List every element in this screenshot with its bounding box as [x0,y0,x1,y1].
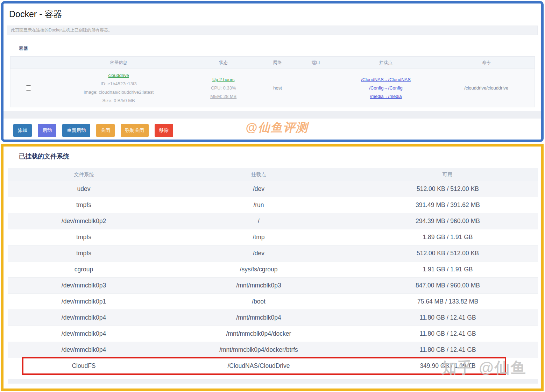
stop-button[interactable]: 关闭 [96,124,115,137]
fs-cell: udev [8,185,160,193]
fs-row-udev: udev /dev 512.00 KB / 512.00 KB [8,181,538,197]
fs-cell: /dev/mmcblk0p4 [8,346,160,354]
header-mounts: 挂载点 [333,60,438,66]
fs-row-cgroup: cgroup /sys/fs/cgroup 1.91 GB / 1.91 GB [8,262,538,278]
footer-band [8,379,538,384]
container-size: Size: 0 B/50 MB [102,98,135,103]
fs-row-mmcblk0p4-btrfs: /dev/mmcblk0p4 /mnt/mmcblk0p4/docker/btr… [8,342,538,358]
force-stop-button[interactable]: 强制关闭 [121,124,149,137]
container-select-checkbox[interactable] [26,85,31,91]
container-name-link[interactable]: clouddrive [108,73,129,78]
fs-cell: /boot [160,298,358,305]
start-button[interactable]: 启动 [38,124,56,137]
filesystems-table: 文件系统 挂载点 可用 udev /dev 512.00 KB / 512.00… [8,168,538,374]
fs-row-mmcblk0p3: /dev/mmcblk0p3 /mnt/mmcblk0p3 847.00 MB … [8,278,538,294]
reviewer-watermark: @仙鱼评测 [246,120,308,136]
container-cpu-link[interactable]: CPU: 0.33% [211,85,236,91]
header-container-info: 容器信息 [47,60,190,66]
header-network: 网络 [257,60,299,66]
filesystems-title: 已挂载的文件系统 [3,147,541,161]
remove-button[interactable]: 移除 [155,124,173,137]
docker-containers-panel: Docker - 容器 此页面显示在连接的Docker主机上已创建的所有容器。 … [1,1,544,142]
container-mem-link[interactable]: MEM: 28 MB [210,94,236,99]
fs-cell: 294.39 MB / 960.00 MB [358,218,538,225]
fs-cell: /sys/fs/cgroup [160,266,358,273]
fs-cell: 512.00 KB / 512.00 KB [358,185,538,193]
container-info-cell: clouddrive ID: e1b4527e13f3 Image: cloud… [47,73,190,103]
page-description: 此页面显示在连接的Docker主机上已创建的所有容器。 [7,26,538,35]
container-id-link[interactable]: ID: e1b4527e13f3 [100,81,136,86]
containers-table: 容器信息 状态 网络 端口 挂载点 命令 clouddrive ID: e1b4… [10,56,535,107]
fs-row-tmpfs-dev: tmpfs /dev 512.00 KB / 512.00 KB [8,245,538,262]
header-ports: 端口 [298,60,333,66]
fs-cell: /run [160,201,358,209]
fs-cell: /dev/mmcblk0p4 [8,314,160,321]
fs-cell: CloudFS [8,362,160,370]
fs-cell: /mnt/mmcblk0p4/docker/btrfs [160,346,358,354]
header-status: 状态 [190,60,257,66]
container-network: host [273,85,282,91]
fs-cell: cgroup [8,266,160,273]
fs-cell: /dev/mmcblk0p1 [8,298,160,305]
mounted-filesystems-panel: 已挂载的文件系统 文件系统 挂载点 可用 udev /dev 512.00 KB… [1,144,544,391]
zhihu-watermark: 知乎 @仙鱼 [441,358,527,378]
fs-cell: /CloudNAS/CloudDrive [160,362,358,370]
fs-cell: /dev/mmcblk0p3 [8,282,160,289]
fs-row-mmcblk0p4: /dev/mmcblk0p4 /mnt/mmcblk0p4 11.80 GB /… [8,310,538,326]
containers-table-header: 容器信息 状态 网络 端口 挂载点 命令 [10,56,535,69]
fs-cell: 1.91 GB / 1.91 GB [358,266,538,273]
restart-button[interactable]: 重新启动 [62,124,90,137]
fs-cell: /dev/mmcblk0p2 [8,218,160,225]
fs-cell: 1.89 GB / 1.91 GB [358,234,538,241]
fs-cell: /mnt/mmcblk0p4 [160,314,358,321]
fs-cell: 11.80 GB / 12.41 GB [358,346,538,354]
container-uptime-link[interactable]: Up 2 hours [212,77,235,82]
fs-cell: 11.80 GB / 12.41 GB [358,330,538,337]
fs-row-mmcblk0p2: /dev/mmcblk0p2 / 294.39 MB / 960.00 MB [8,213,538,229]
fs-cell: 75.64 MB / 133.82 MB [358,298,538,305]
container-mounts-cell: /CloudNAS→/CloudNAS /Config→/Config /med… [333,77,438,99]
header-command: 命令 [438,60,535,66]
fs-cell: 391.49 MB / 391.62 MB [358,201,538,209]
fs-cell: 11.80 GB / 12.41 GB [358,314,538,321]
container-row: clouddrive ID: e1b4527e13f3 Image: cloud… [10,69,535,107]
fs-cell: tmpfs [8,201,160,209]
filesystems-table-header: 文件系统 挂载点 可用 [8,168,538,181]
header-mountpoint: 挂载点 [160,171,357,178]
fs-cell: 847.00 MB / 960.00 MB [358,282,538,289]
header-available: 可用 [358,171,538,178]
containers-section-label: 容器 [19,45,541,52]
fs-row-mmcblk0p1: /dev/mmcblk0p1 /boot 75.64 MB / 133.82 M… [8,294,538,310]
container-status-cell: Up 2 hours CPU: 0.33% MEM: 28 MB [190,77,257,99]
mount-link-cloudnas[interactable]: /CloudNAS→/CloudNAS [361,77,411,82]
fs-cell: /mnt/mmcblk0p4/docker [160,330,358,337]
fs-row-mmcblk0p4-docker: /dev/mmcblk0p4 /mnt/mmcblk0p4/docker 11.… [8,326,538,342]
mount-link-config[interactable]: /Config→/Config [369,85,402,91]
container-image: Image: cloudnas/clouddrive2:latest [84,90,154,95]
fs-row-tmpfs-run: tmpfs /run 391.49 MB / 391.62 MB [8,197,538,213]
fs-cell: /mnt/mmcblk0p3 [160,282,358,289]
add-button[interactable]: 添加 [13,124,32,137]
container-command: /clouddrive/clouddrive [464,85,508,91]
fs-cell: /dev [160,250,358,257]
panel-divider-band [3,111,541,119]
fs-cell: tmpfs [8,250,160,257]
mount-link-media[interactable]: /media→/media [370,94,402,99]
page-title: Docker - 容器 [3,3,541,23]
fs-cell: /dev/mmcblk0p4 [8,330,160,337]
fs-cell: / [160,218,358,225]
header-filesystem: 文件系统 [8,171,160,178]
fs-cell: 512.00 KB / 512.00 KB [358,250,538,257]
fs-cell: /tmp [160,234,358,241]
fs-cell: tmpfs [8,234,160,241]
fs-cell: /dev [160,185,358,193]
fs-row-tmpfs-tmp: tmpfs /tmp 1.89 GB / 1.91 GB [8,229,538,245]
